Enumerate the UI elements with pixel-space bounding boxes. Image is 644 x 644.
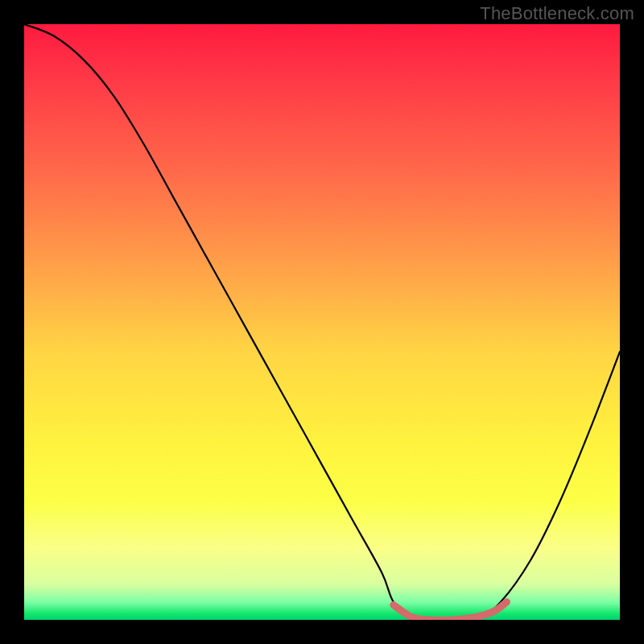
optimal-range-marker	[394, 602, 507, 620]
attribution-text: TheBottleneck.com	[480, 3, 634, 24]
curve-svg	[24, 24, 620, 620]
bottleneck-curve	[24, 24, 620, 620]
chart-container: TheBottleneck.com	[0, 0, 644, 644]
plot-area	[24, 24, 620, 620]
